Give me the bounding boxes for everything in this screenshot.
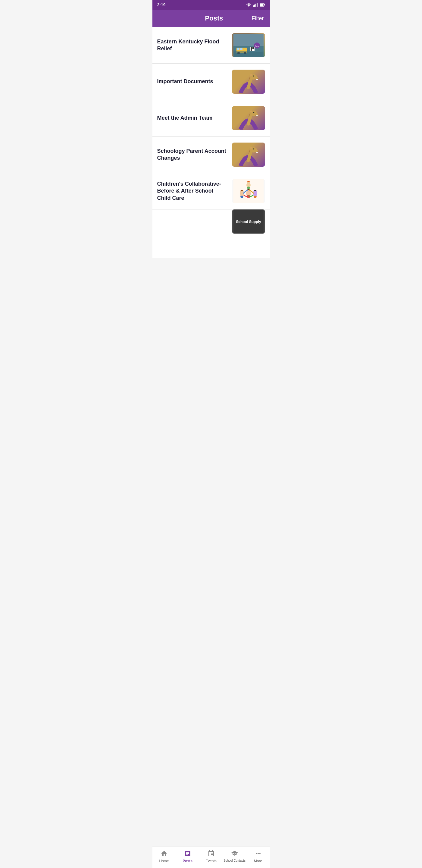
post-title-childrens: Children's Collaborative-Before & After … <box>157 181 221 201</box>
svg-rect-44 <box>256 152 257 153</box>
svg-rect-7 <box>260 4 263 6</box>
nav-item-home[interactable]: Home <box>153 849 176 863</box>
nav-label-more: More <box>254 859 262 863</box>
svg-point-29 <box>250 74 252 76</box>
post-item-schoology[interactable]: Schoology Parent Account Changes <box>153 136 270 173</box>
battery-icon <box>260 3 265 7</box>
events-icon <box>207 849 215 858</box>
svg-rect-18 <box>251 49 252 51</box>
svg-point-38 <box>250 110 252 113</box>
svg-point-41 <box>253 148 255 150</box>
svg-rect-35 <box>256 115 257 116</box>
post-thumbnail-children <box>232 179 265 203</box>
status-icons <box>247 3 265 7</box>
post-item-important-docs[interactable]: Important Documents <box>153 64 270 100</box>
home-icon <box>160 849 168 858</box>
nav-item-school-contacts[interactable]: School Contacts <box>223 849 247 863</box>
nav-item-posts[interactable]: Posts <box>176 849 199 863</box>
page-title: Posts <box>176 14 252 22</box>
svg-rect-12 <box>240 48 242 50</box>
svg-rect-2 <box>254 4 255 7</box>
svg-point-56 <box>254 195 257 198</box>
signal-icon <box>253 3 258 7</box>
svg-rect-11 <box>237 48 239 50</box>
posts-list: Eastern Kentucky Flood Relief <box>153 27 270 258</box>
svg-text:School Supply: School Supply <box>236 220 261 224</box>
post-item-admin-team[interactable]: Meet the Admin Team <box>153 100 270 136</box>
svg-point-42 <box>254 148 254 149</box>
more-icon <box>254 849 262 858</box>
svg-rect-27 <box>257 79 258 80</box>
svg-rect-17 <box>252 47 254 49</box>
school-contacts-icon <box>230 849 239 858</box>
post-item-childrens[interactable]: Children's Collaborative-Before & After … <box>153 173 270 210</box>
filter-button[interactable]: Filter <box>252 16 264 22</box>
svg-point-59 <box>247 187 250 189</box>
nav-label-home: Home <box>159 859 169 863</box>
post-item-flood-relief[interactable]: Eastern Kentucky Flood Relief <box>153 27 270 64</box>
svg-point-0 <box>249 6 249 7</box>
nav-label-school-contacts: School Contacts <box>224 859 246 862</box>
svg-point-24 <box>254 75 254 76</box>
header: Posts Filter <box>153 10 270 27</box>
nav-label-events: Events <box>205 859 217 863</box>
post-title-flood: Eastern Kentucky Flood Relief <box>157 38 219 52</box>
svg-rect-6 <box>264 4 265 5</box>
svg-text:Perry: Perry <box>255 45 259 47</box>
post-title-docs: Important Documents <box>157 79 213 84</box>
svg-rect-4 <box>257 3 258 7</box>
post-title-schoology: Schoology Parent Account Changes <box>157 148 226 161</box>
svg-rect-1 <box>253 5 254 7</box>
posts-icon <box>184 849 192 858</box>
svg-point-47 <box>250 147 252 149</box>
svg-rect-3 <box>255 4 256 7</box>
post-thumbnail-camel-3 <box>232 143 265 167</box>
nav-item-more[interactable]: More <box>247 849 270 863</box>
svg-point-23 <box>253 75 255 76</box>
status-time: 2:19 <box>157 2 166 7</box>
svg-rect-36 <box>257 115 258 116</box>
post-thumbnail-camel-1 <box>232 70 265 94</box>
svg-rect-16 <box>251 47 252 49</box>
svg-rect-26 <box>256 79 257 80</box>
nav-label-posts: Posts <box>183 859 192 863</box>
post-item-supply[interactable]: School Supply <box>153 210 270 234</box>
post-thumbnail-flood: Perry <box>232 33 265 57</box>
wifi-icon <box>247 3 251 7</box>
status-bar: 2:19 <box>153 0 270 10</box>
bottom-nav: Home Posts Events School Contacts <box>153 846 270 868</box>
svg-point-53 <box>240 195 244 198</box>
nav-item-events[interactable]: Events <box>199 849 223 863</box>
post-thumbnail-camel-2 <box>232 106 265 130</box>
svg-point-32 <box>253 112 255 113</box>
post-thumbnail-supply: School Supply <box>232 210 265 234</box>
svg-rect-45 <box>257 152 258 153</box>
post-title-admin: Meet the Admin Team <box>157 115 213 121</box>
svg-point-33 <box>254 112 254 112</box>
